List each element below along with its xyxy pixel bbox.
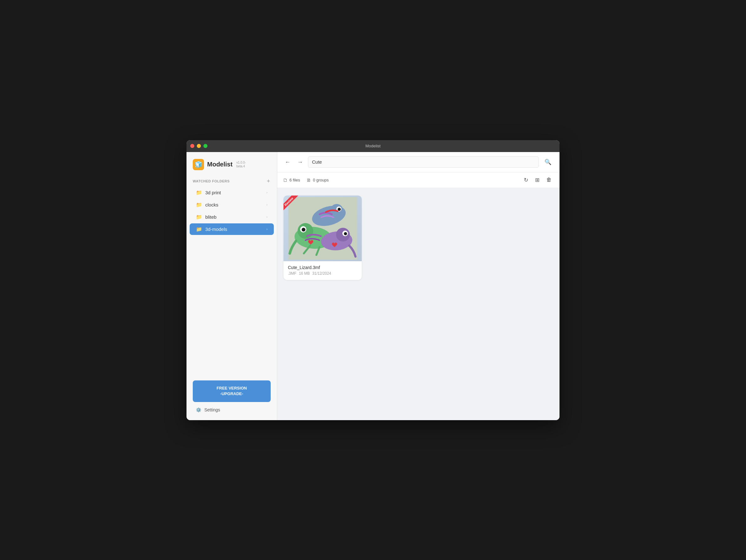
groups-count: 🗎 0 groups bbox=[306, 177, 329, 183]
toolbar: ← → 🔍 bbox=[277, 152, 560, 172]
file-grid: Review bbox=[277, 188, 560, 420]
card-date: 31/12/2024 bbox=[312, 271, 331, 276]
close-button[interactable] bbox=[190, 144, 194, 148]
search-button[interactable]: 🔍 bbox=[542, 157, 554, 167]
watched-folders-header: WATCHED FOLDERS + bbox=[186, 176, 277, 186]
sidebar: 🧊 Modelist v1.0.0-beta.4 WATCHED FOLDERS… bbox=[186, 152, 277, 420]
svg-point-8 bbox=[302, 228, 306, 232]
delete-button[interactable]: 🗑 bbox=[544, 176, 554, 184]
add-folder-button[interactable]: + bbox=[266, 178, 271, 184]
card-info: Cute_Lizard.3mf .3MF 16 MB 31/12/2024 bbox=[284, 261, 362, 280]
card-ext: .3MF bbox=[288, 271, 296, 276]
group-icon: 🗎 bbox=[306, 177, 311, 183]
chevron-right-icon: › bbox=[266, 215, 267, 219]
review-badge-label: Review bbox=[284, 196, 298, 211]
card-meta: .3MF 16 MB 31/12/2024 bbox=[288, 271, 357, 276]
svg-point-4 bbox=[338, 208, 341, 211]
files-count-label: 6 files bbox=[289, 178, 300, 182]
app-name: Modelist bbox=[207, 161, 232, 168]
chevron-right-icon: › bbox=[266, 203, 267, 206]
svg-point-12 bbox=[344, 232, 347, 235]
sidebar-item-label: bliteb bbox=[205, 214, 263, 219]
maximize-button[interactable] bbox=[203, 144, 207, 148]
settings-label: Settings bbox=[204, 407, 220, 412]
logo-icon: 🧊 bbox=[193, 159, 204, 170]
refresh-button[interactable]: ↻ bbox=[522, 176, 530, 184]
app-window: Modelist 🧊 Modelist v1.0.0-beta.4 WATCHE… bbox=[186, 140, 560, 420]
sidebar-item-label: clocks bbox=[205, 202, 263, 207]
card-filename: Cute_Lizard.3mf bbox=[288, 265, 357, 270]
app-body: 🧊 Modelist v1.0.0-beta.4 WATCHED FOLDERS… bbox=[186, 152, 560, 420]
search-input[interactable] bbox=[308, 156, 539, 168]
gear-icon: ⚙️ bbox=[196, 407, 201, 412]
section-label: WATCHED FOLDERS bbox=[193, 179, 230, 183]
file-icon: 🗋 bbox=[283, 177, 288, 183]
sidebar-item-bliteb[interactable]: 📁 bliteb › bbox=[190, 211, 274, 223]
forward-button[interactable]: → bbox=[295, 158, 305, 166]
sidebar-item-label: 3d-models bbox=[205, 227, 263, 232]
folder-icon: 📁 bbox=[196, 226, 202, 232]
sidebar-item-clocks[interactable]: 📁 clocks › bbox=[190, 199, 274, 210]
main-content: ← → 🔍 🗋 6 files 🗎 0 groups ↻ ⊞ 🗑 bbox=[277, 152, 560, 420]
sidebar-logo: 🧊 Modelist v1.0.0-beta.4 bbox=[186, 152, 277, 176]
app-version: v1.0.0-beta.4 bbox=[236, 161, 246, 168]
groups-count-label: 0 groups bbox=[313, 178, 329, 182]
minimize-button[interactable] bbox=[197, 144, 201, 148]
back-button[interactable]: ← bbox=[283, 158, 292, 166]
folder-icon: 📁 bbox=[196, 202, 202, 208]
files-count: 🗋 6 files bbox=[283, 177, 300, 183]
chevron-right-icon: › bbox=[266, 190, 267, 194]
sidebar-item-3d-models[interactable]: 📁 3d-models › bbox=[190, 224, 274, 235]
window-title: Modelist bbox=[366, 144, 380, 148]
chevron-right-icon: › bbox=[266, 227, 267, 231]
folder-icon: 📁 bbox=[196, 214, 202, 220]
folder-icon: 📁 bbox=[196, 189, 202, 196]
status-bar: 🗋 6 files 🗎 0 groups ↻ ⊞ 🗑 bbox=[277, 172, 560, 188]
sidebar-item-label: 3d print bbox=[205, 190, 263, 195]
upgrade-button[interactable]: FREE VERSION-UPGRADE- bbox=[193, 380, 271, 402]
status-bar-actions: ↻ ⊞ 🗑 bbox=[522, 176, 554, 184]
file-card[interactable]: Review bbox=[284, 196, 362, 280]
traffic-lights bbox=[190, 144, 207, 148]
settings-item[interactable]: ⚙️ Settings bbox=[190, 405, 274, 415]
sidebar-item-3d-print[interactable]: 📁 3d print › bbox=[190, 187, 274, 198]
review-badge: Review bbox=[284, 196, 302, 214]
titlebar: Modelist bbox=[186, 140, 560, 152]
add-group-button[interactable]: ⊞ bbox=[533, 176, 542, 184]
card-size: 16 MB bbox=[299, 271, 310, 276]
card-thumbnail: Review bbox=[284, 196, 362, 261]
